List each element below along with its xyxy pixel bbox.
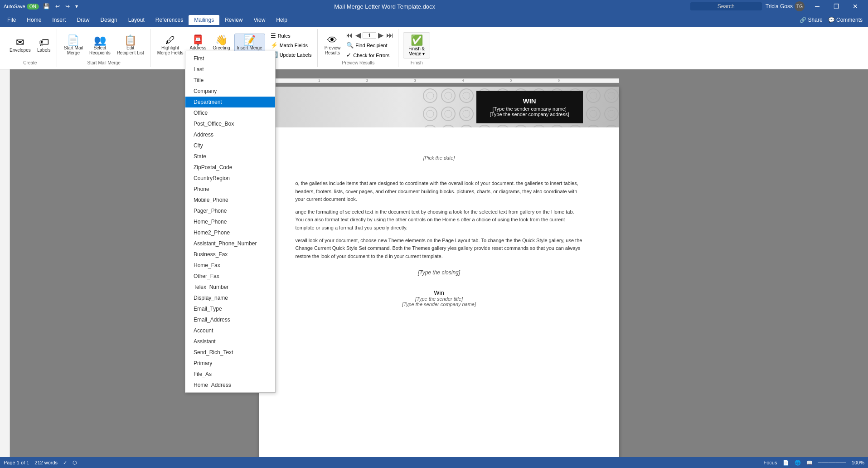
layout-icon-web[interactable]: 🌐 xyxy=(795,460,801,466)
tab-view[interactable]: View xyxy=(248,15,271,25)
menu-item-phone[interactable]: Phone xyxy=(185,184,275,195)
address-block-icon: 📮 xyxy=(192,35,204,45)
ribbon-content: ✉ Envelopes 🏷 Labels Create 📄 Start Mail… xyxy=(0,27,868,69)
menu-item-other-fax[interactable]: Other_Fax xyxy=(185,271,275,282)
body-paragraph-3: verall look of your document, choose new… xyxy=(296,237,583,261)
nav-first-button[interactable]: ⏮ xyxy=(344,31,354,39)
close-button[interactable]: ✕ xyxy=(846,0,864,13)
menu-item-title[interactable]: Title xyxy=(185,75,275,86)
menu-item-file-as[interactable]: File_As xyxy=(185,369,275,380)
highlight-merge-fields-icon: 🖊 xyxy=(165,35,175,45)
menu-item-state[interactable]: State xyxy=(185,151,275,162)
nav-page-input[interactable] xyxy=(363,32,376,39)
edit-recipient-list-button[interactable]: 📋 EditRecipient List xyxy=(115,34,146,57)
document-page[interactable]: WIN [Type the sender company name] [Type… xyxy=(259,87,619,462)
preview-results-button[interactable]: 👁 PreviewResults xyxy=(322,34,343,57)
tab-insert[interactable]: Insert xyxy=(47,15,71,25)
menu-item-post-office-box[interactable]: Post_Office_Box xyxy=(185,118,275,129)
redo-icon[interactable]: ↪ xyxy=(64,2,71,10)
start-mail-merge-button[interactable]: 📄 Start MailMerge xyxy=(62,34,85,57)
envelopes-button[interactable]: ✉ Envelopes xyxy=(7,36,33,54)
find-recipient-button[interactable]: 🔍 Find Recipient xyxy=(344,41,394,49)
preview-results-icon: 👁 xyxy=(327,35,337,45)
undo-icon[interactable]: ↩ xyxy=(54,2,61,10)
rules-label: Rules xyxy=(278,33,291,39)
envelopes-icon: ✉ xyxy=(16,38,24,48)
edit-recipient-list-icon: 📋 xyxy=(124,35,136,45)
menu-item-home-fax[interactable]: Home_Fax xyxy=(185,260,275,271)
match-fields-button[interactable]: ⚡ Match Fields xyxy=(269,41,314,49)
find-recipient-label: Find Recipient xyxy=(355,43,387,48)
menu-item-company[interactable]: Company xyxy=(185,86,275,97)
tab-file[interactable]: File xyxy=(2,15,21,25)
word-count: 212 words xyxy=(34,460,58,465)
tab-help[interactable]: Help xyxy=(271,15,293,25)
tab-design[interactable]: Design xyxy=(95,15,122,25)
save-icon[interactable]: 💾 xyxy=(42,2,51,10)
tab-draw[interactable]: Draw xyxy=(71,15,95,25)
menu-item-last[interactable]: Last xyxy=(185,64,275,75)
menu-item-home-address[interactable]: Home_Address xyxy=(185,380,275,390)
zoom-slider[interactable]: ──────── xyxy=(818,460,846,465)
menu-item-email-address[interactable]: Email_Address xyxy=(185,314,275,325)
footer-name: Win xyxy=(296,289,583,296)
check-for-errors-button[interactable]: ✓ Check for Errors xyxy=(344,51,394,59)
menu-item-address[interactable]: Address xyxy=(185,129,275,140)
menu-item-assistant-phone-number[interactable]: Assistant_Phone_Number xyxy=(185,238,275,249)
menu-item-assistant[interactable]: Assistant xyxy=(185,336,275,347)
select-recipients-button[interactable]: 👥 SelectRecipients xyxy=(87,34,113,57)
tab-review[interactable]: Review xyxy=(219,15,248,25)
highlight-merge-fields-button[interactable]: 🖊 HighlightMerge Fields xyxy=(155,34,186,57)
finish-merge-button[interactable]: ✅ Finish &Merge ▾ xyxy=(403,32,430,58)
restore-button[interactable]: ❐ xyxy=(827,0,845,13)
focus-label[interactable]: Focus xyxy=(764,460,777,465)
menu-item-department[interactable]: Department xyxy=(185,97,275,107)
document-footer: Win [Type the sender title] [Type the se… xyxy=(296,289,583,307)
layout-icon-read[interactable]: 📖 xyxy=(806,460,813,466)
document-body[interactable]: [Pick the date] o, the galleries include… xyxy=(296,155,583,307)
finish-buttons: ✅ Finish &Merge ▾ xyxy=(403,31,430,59)
closing-field: [Type the closing] xyxy=(296,269,583,276)
menu-item-email-type[interactable]: Email_Type xyxy=(185,303,275,314)
comments-button[interactable]: 💬 Comments xyxy=(828,17,863,23)
menu-item-countryregion[interactable]: CountryRegion xyxy=(185,173,275,184)
rules-button[interactable]: ☰ Rules xyxy=(269,31,314,40)
tab-layout[interactable]: Layout xyxy=(123,15,150,25)
labels-button[interactable]: 🏷 Labels xyxy=(35,36,53,54)
finish-merge-label: Finish &Merge ▾ xyxy=(408,46,425,56)
share-button[interactable]: 🔗 Share xyxy=(800,17,822,23)
menu-item-home2-phone[interactable]: Home2_Phone xyxy=(185,227,275,238)
select-recipients-icon: 👥 xyxy=(94,35,106,45)
autosave-toggle[interactable]: ON xyxy=(27,4,39,10)
menu-item-telex-number[interactable]: Telex_Number xyxy=(185,282,275,292)
customize-qat-icon[interactable]: ▾ xyxy=(74,2,79,10)
macro-icon: ⬡ xyxy=(73,460,77,466)
menu-item-business-fax[interactable]: Business_Fax xyxy=(185,249,275,260)
insert-merge-field-dropdown: First Last Title Company Department Offi… xyxy=(185,51,276,393)
nav-prev-button[interactable]: ◀ xyxy=(354,31,362,39)
menu-item-pager-phone[interactable]: Pager_Phone xyxy=(185,205,275,216)
menu-item-display-name[interactable]: Display_name xyxy=(185,292,275,303)
minimize-button[interactable]: ─ xyxy=(808,0,826,13)
company-name: WIN xyxy=(490,97,569,105)
tab-references[interactable]: References xyxy=(150,15,189,25)
menu-item-account[interactable]: Account xyxy=(185,325,275,336)
menu-item-office[interactable]: Office xyxy=(185,107,275,118)
zoom-percent: 100% xyxy=(852,460,864,465)
layout-icon-print[interactable]: 📄 xyxy=(783,460,789,466)
menu-item-send-rich-text[interactable]: Send_Rich_Text xyxy=(185,347,275,358)
menu-item-home-phone[interactable]: Home_Phone xyxy=(185,216,275,227)
document-area[interactable]: 1 2 3 4 5 6 WIN [Type the sender company… xyxy=(10,69,868,462)
menu-item-first[interactable]: First xyxy=(185,53,275,64)
nav-last-button[interactable]: ⏭ xyxy=(385,31,394,39)
menu-item-primary[interactable]: Primary xyxy=(185,358,275,369)
tab-home[interactable]: Home xyxy=(21,15,47,25)
start-mail-merge-icon: 📄 xyxy=(67,35,79,45)
tab-mailings[interactable]: Mailings xyxy=(189,15,219,25)
search-bar[interactable]: Search xyxy=(690,2,762,10)
nav-next-button[interactable]: ▶ xyxy=(377,31,384,39)
left-sidebar xyxy=(0,69,10,462)
menu-item-zippostal-code[interactable]: ZipPostal_Code xyxy=(185,162,275,173)
menu-item-mobile-phone[interactable]: Mobile_Phone xyxy=(185,195,275,205)
menu-item-city[interactable]: City xyxy=(185,140,275,151)
